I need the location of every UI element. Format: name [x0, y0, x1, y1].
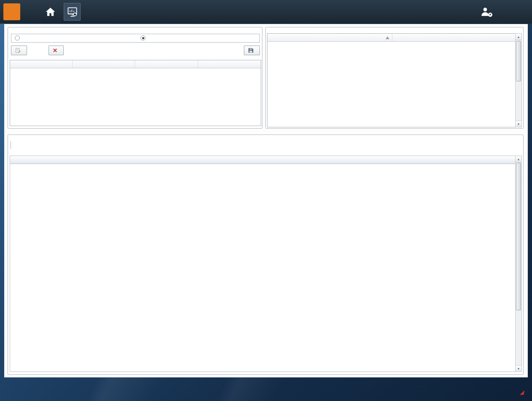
- scrollbar-thumb[interactable]: [516, 163, 521, 310]
- operating-grid-header: [10, 60, 261, 68]
- delete-x-icon: [53, 48, 57, 53]
- calendar-day-header-row: [10, 156, 516, 164]
- column-header-description[interactable]: [135, 60, 198, 68]
- app-header: ✕: [0, 0, 532, 24]
- planned-production-time-panel: ▲ ▼: [8, 135, 524, 375]
- scroll-up-arrow-icon[interactable]: ▲: [516, 156, 521, 162]
- operating-time-grid: [10, 60, 261, 126]
- radio-icon-selected: [140, 35, 146, 40]
- home-icon[interactable]: [43, 3, 58, 21]
- scroll-up-arrow-icon[interactable]: ▲: [516, 34, 521, 40]
- operating-time-mode-group: [11, 34, 260, 43]
- ideal-cycle-time-panel: ▲ ▼: [265, 27, 524, 129]
- ideal-grid-header: [267, 34, 515, 42]
- window-controls: ✕: [480, 6, 525, 17]
- machine-state-radio[interactable]: [15, 35, 22, 40]
- calendar-weeks: [10, 164, 516, 372]
- scrollbar-thumb[interactable]: [516, 41, 521, 81]
- add-new-icon: [15, 48, 21, 53]
- oee-settings-icon[interactable]: [64, 3, 81, 21]
- factorylogix-window: ✕: [0, 0, 532, 401]
- scroll-down-arrow-icon[interactable]: ▼: [516, 121, 521, 127]
- sort-ascending-icon: [386, 36, 389, 39]
- sign-out-x-badge: ✕: [488, 13, 492, 17]
- save-button[interactable]: [244, 46, 260, 55]
- column-header-code[interactable]: [10, 60, 73, 68]
- column-header-expected-units[interactable]: [392, 34, 515, 41]
- calendar-scrollbar[interactable]: ▲ ▼: [515, 156, 522, 372]
- add-new-button[interactable]: [11, 46, 27, 55]
- operating-time-panel: [8, 27, 262, 129]
- calendar-view-toolbar: [11, 140, 13, 150]
- aegis-arrow-icon: [519, 389, 525, 396]
- toolbar-separator: [11, 141, 11, 149]
- scroll-down-arrow-icon[interactable]: ▼: [516, 365, 521, 371]
- sign-out-user-icon[interactable]: ✕: [480, 6, 491, 17]
- aegis-logo: [518, 389, 525, 397]
- reason-codes-radio[interactable]: [140, 35, 148, 40]
- radio-icon: [15, 35, 20, 40]
- ideal-grid-scrollbar[interactable]: ▲ ▼: [515, 33, 522, 127]
- save-floppy-icon: [248, 48, 254, 53]
- ideal-cycle-grid: [267, 33, 516, 127]
- column-header-workstation[interactable]: [267, 34, 392, 41]
- column-header-department[interactable]: [198, 60, 261, 68]
- brand-title: [25, 6, 26, 18]
- delete-button[interactable]: [49, 46, 64, 55]
- column-header-oee-operating-time[interactable]: [73, 60, 135, 68]
- main-content: ▲ ▼ ▲ ▼: [4, 24, 528, 377]
- app-logo: [3, 3, 20, 20]
